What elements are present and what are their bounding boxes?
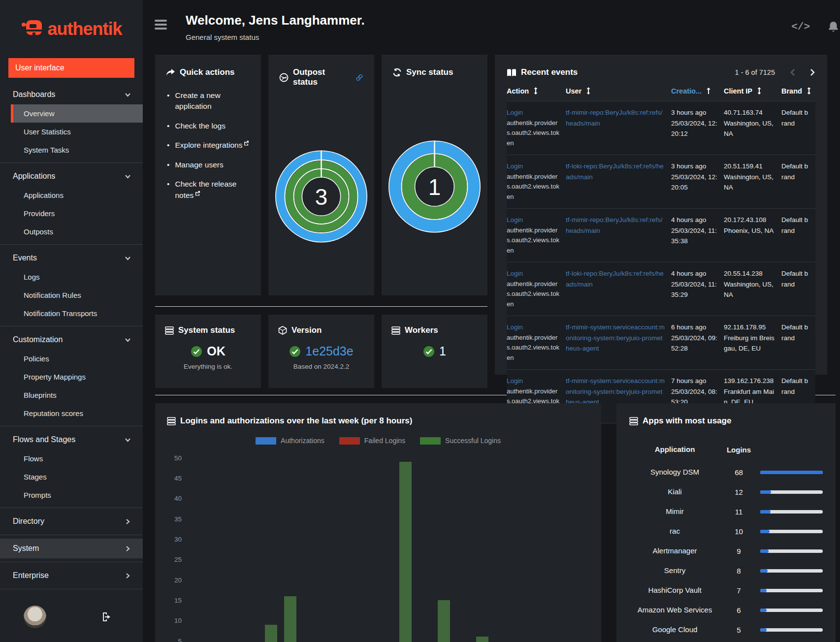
workers-title: Workers	[405, 325, 438, 335]
cell-brand: Default brand	[781, 262, 815, 316]
column-header-user[interactable]: User	[566, 80, 671, 101]
quick-action-link[interactable]: Create a new application	[167, 90, 251, 112]
chart-bar-successful-logins	[265, 625, 277, 642]
action-link[interactable]: Login	[507, 376, 560, 386]
sidebar-section-flows-and-stages[interactable]: Flows and Stages	[0, 430, 143, 449]
apps-column-logins: Logins	[720, 446, 757, 454]
sidebar-item-notification-rules[interactable]: Notification Rules	[0, 286, 143, 304]
action-link[interactable]: Login	[507, 107, 560, 118]
server-icon	[629, 417, 638, 425]
hamburger-menu-icon[interactable]	[155, 20, 167, 32]
action-link[interactable]: Login	[507, 161, 560, 172]
user-link[interactable]: tf-mimir-repo:BeryJu/k8s:ref:refs/heads/…	[566, 215, 665, 236]
sidebar-section-events[interactable]: Events	[0, 248, 143, 268]
sidebar-item-reputation-scores[interactable]: Reputation scores	[0, 404, 143, 422]
user-link[interactable]: tf-mimir-system:serviceaccount:monitorin…	[566, 322, 665, 354]
app-name: Sentry	[629, 566, 720, 576]
apps-row: Google Cloud5	[629, 620, 823, 640]
usage-bar-track	[760, 490, 823, 494]
quick-action-link[interactable]: Check the release notes	[167, 179, 251, 201]
sort-icon[interactable]	[807, 87, 811, 95]
sidebar-footer	[0, 606, 143, 642]
user-link[interactable]: tf-mimir-repo:BeryJu/k8s:ref:refs/heads/…	[566, 107, 665, 128]
legend-swatch	[256, 437, 276, 445]
legend-label: Failed Logins	[364, 437, 405, 445]
notification-bell-icon[interactable]	[828, 21, 839, 32]
sidebar-item-providers[interactable]: Providers	[0, 204, 143, 223]
action-link[interactable]: Login	[507, 268, 560, 279]
column-header-brand[interactable]: Brand	[781, 80, 815, 101]
sidebar-nav: DashboardsOverviewUser StatisticsSystem …	[0, 85, 143, 606]
action-link[interactable]: Login	[507, 322, 560, 333]
sidebar-section-applications[interactable]: Applications	[0, 166, 143, 186]
user-interface-button[interactable]: User interface	[8, 58, 134, 78]
left-column: Quick actions Create a new applicationCh…	[155, 55, 487, 388]
client-location: Washington, US, NA	[724, 279, 775, 300]
sidebar-section-enterprise[interactable]: Enterprise	[0, 566, 143, 585]
apps-usage-card: Apps with most usage ApplicationLoginsSy…	[616, 403, 836, 642]
apps-row: Synology DSM68	[629, 462, 823, 482]
sidebar-item-flows[interactable]: Flows	[0, 449, 143, 468]
sort-icon[interactable]	[533, 87, 538, 95]
quick-actions-title: Quick actions	[180, 67, 234, 77]
action-link[interactable]: Login	[507, 215, 560, 225]
sidebar-item-policies[interactable]: Policies	[0, 350, 143, 368]
pagination-top: 1 - 6 of 7125	[735, 68, 815, 76]
column-header-creatio-[interactable]: Creatio...	[671, 80, 724, 101]
column-header-label: User	[566, 87, 582, 95]
sidebar-item-property-mappings[interactable]: Property Mappings	[0, 368, 143, 386]
app-name: Mimir	[629, 507, 720, 516]
user-link[interactable]: tf-loki-repo:BeryJu/k8s:ref:refs/heads/m…	[566, 268, 665, 289]
sidebar-item-logs[interactable]: Logs	[0, 268, 143, 286]
sidebar-section-label: Enterprise	[13, 571, 49, 580]
sidebar-section-directory[interactable]: Directory	[0, 512, 143, 531]
version-value[interactable]: 1e25d3e	[305, 344, 353, 358]
sidebar-item-overview[interactable]: Overview	[11, 104, 143, 123]
next-page-icon[interactable]	[810, 68, 815, 76]
app-login-count: 9	[720, 547, 757, 555]
user-link[interactable]: tf-mimir-system:serviceaccount:monitorin…	[566, 376, 665, 408]
table-row: Loginauthentik.providers.oauth2.views.to…	[507, 101, 815, 155]
chart-plot: 5101520253035404550	[185, 449, 589, 642]
quick-action-label: Manage users	[175, 160, 223, 170]
sidebar-item-stages[interactable]: Stages	[0, 468, 143, 486]
sidebar-section-label: Dashboards	[13, 90, 55, 99]
sidebar-item-prompts[interactable]: Prompts	[0, 486, 143, 504]
sidebar-item-notification-transports[interactable]: Notification Transports	[0, 304, 143, 322]
app-name: HashiCorp Vault	[629, 585, 720, 595]
column-header-client-ip[interactable]: Client IP	[724, 80, 781, 101]
creation-relative: 4 hours ago	[671, 215, 718, 225]
sort-ascending-icon[interactable]	[706, 87, 711, 95]
sort-icon[interactable]	[757, 87, 762, 95]
sync-status-card: Sync status 1	[382, 55, 487, 295]
sidebar-item-user-statistics[interactable]: User Statistics	[0, 123, 143, 141]
sidebar-section-customization[interactable]: Customization	[0, 330, 143, 350]
sidebar-item-system-tasks[interactable]: System Tasks	[0, 141, 143, 159]
nav-separator	[0, 508, 143, 508]
quick-action-link[interactable]: Check the logs	[167, 121, 251, 131]
legend-label: Successful Logins	[445, 437, 501, 445]
sidebar-item-outposts[interactable]: Outposts	[0, 223, 143, 241]
sort-icon[interactable]	[586, 87, 591, 95]
sidebar-section-dashboards[interactable]: Dashboards	[0, 85, 143, 104]
pagination-label: 1 - 6 of 7125	[735, 68, 775, 76]
sidebar-item-applications[interactable]: Applications	[0, 186, 143, 204]
sidebar-item-blueprints[interactable]: Blueprints	[0, 386, 143, 404]
column-header-action[interactable]: Action	[507, 80, 566, 101]
sign-out-icon[interactable]	[101, 612, 112, 622]
link-icon[interactable]	[355, 73, 363, 82]
api-code-icon[interactable]: </>	[791, 21, 810, 32]
brand-logo: authentik	[0, 0, 143, 54]
quick-action-label: Explore integrations	[175, 140, 249, 151]
version-title: Version	[291, 325, 322, 335]
prev-page-icon[interactable]	[790, 68, 795, 76]
creation-absolute: 25/03/2024, 12:20:12	[671, 118, 718, 139]
sidebar-section-system[interactable]: System	[0, 539, 143, 558]
main-area: Welcome, Jens Langhammer. General system…	[143, 0, 840, 642]
usage-bar-fill	[760, 530, 770, 533]
user-link[interactable]: tf-loki-repo:BeryJu/k8s:ref:refs/heads/m…	[566, 161, 665, 182]
quick-action-link[interactable]: Manage users	[167, 160, 251, 170]
quick-action-link[interactable]: Explore integrations	[167, 140, 251, 151]
avatar[interactable]	[24, 606, 46, 628]
app-name: Kiali	[629, 487, 720, 497]
